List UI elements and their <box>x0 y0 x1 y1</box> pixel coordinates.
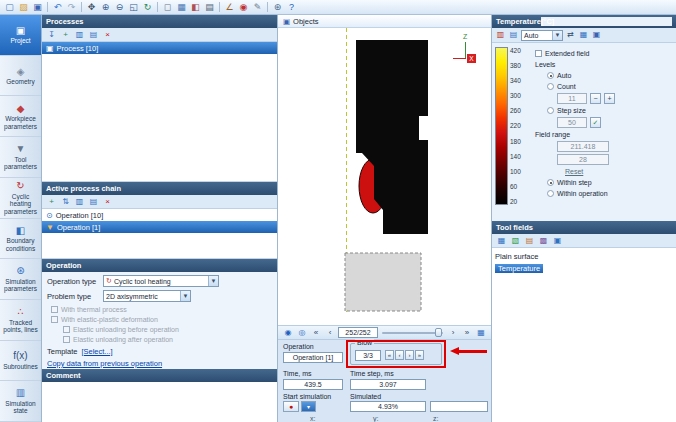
redo-icon[interactable]: ↷ <box>65 1 78 13</box>
new-process-icon[interactable]: + <box>60 29 71 40</box>
blow-nav-button[interactable]: › <box>405 350 414 360</box>
front-view-icon[interactable]: ◻ <box>161 1 174 13</box>
start-options-button[interactable]: ▾ <box>301 401 316 412</box>
operation-type-select[interactable]: ↻ Cyclic tool heating ▼ <box>103 275 219 287</box>
sidebar-item-subroutines[interactable]: f(x) Subroutines <box>0 341 41 382</box>
go-last-record-icon[interactable]: » <box>461 327 473 339</box>
toolbar-icon[interactable] <box>265 1 270 13</box>
loop-view-icon[interactable]: ◎ <box>296 327 308 339</box>
slider-handle[interactable] <box>435 328 442 337</box>
tracking-point-icon[interactable]: ◉ <box>237 1 250 13</box>
undo-icon[interactable]: ↶ <box>51 1 64 13</box>
help-icon[interactable]: ? <box>285 1 298 13</box>
delete-operation-icon[interactable]: × <box>102 196 113 207</box>
swap-range-icon[interactable]: ⇄ <box>565 30 576 41</box>
copy-process-icon[interactable]: ▥ <box>74 29 85 40</box>
zoom-in-icon[interactable]: ⊕ <box>99 1 112 13</box>
fit-view-icon[interactable]: ◱ <box>127 1 140 13</box>
wireframe-view-icon[interactable]: ▤ <box>203 1 216 13</box>
chain-item-operation-10[interactable]: ⊙ Operation [10] <box>42 209 277 221</box>
annotate-icon[interactable]: ✎ <box>251 1 264 13</box>
link-operation-icon[interactable]: ▤ <box>88 196 99 207</box>
record-view-icon[interactable]: ◉ <box>282 327 294 339</box>
levels-count-radio[interactable] <box>547 83 554 90</box>
frame-counter-field[interactable]: 252/252 <box>338 327 378 338</box>
process-item[interactable]: ▣ Process [10] <box>42 42 277 54</box>
delete-process-icon[interactable]: × <box>102 29 113 40</box>
within-operation-radio[interactable] <box>547 190 554 197</box>
copy-data-link[interactable]: Copy data from previous operation <box>47 359 162 368</box>
extended-field-checkbox[interactable] <box>535 50 542 57</box>
field-scale-icon[interactable]: ▥ <box>495 30 506 41</box>
zoom-out-icon[interactable]: ⊖ <box>113 1 126 13</box>
mesh-view-icon[interactable]: ▦ <box>175 1 188 13</box>
tool-field-temperature[interactable]: Temperature <box>495 262 673 274</box>
go-first-record-icon[interactable]: « <box>310 327 322 339</box>
next-record-icon[interactable]: › <box>447 327 459 339</box>
pan-view-icon[interactable]: ✥ <box>85 1 98 13</box>
blow-nav-button[interactable]: ‹ <box>395 350 404 360</box>
tool-field-plain-surface[interactable]: Plain surface <box>495 250 673 262</box>
tf-export-icon[interactable]: ▣ <box>552 235 563 246</box>
new-project-icon[interactable]: ▢ <box>3 1 16 13</box>
field-range-reset-link[interactable]: Reset <box>565 168 583 175</box>
copy-operation-icon[interactable]: ▥ <box>74 196 85 207</box>
levels-auto-radio[interactable] <box>547 72 554 79</box>
save-scale-icon[interactable]: ▣ <box>591 30 602 41</box>
prev-record-icon[interactable]: ‹ <box>324 327 336 339</box>
records-table-icon[interactable]: ▦ <box>475 327 487 339</box>
operation-checkbox[interactable]: Elastic unloading before operation <box>63 325 272 334</box>
toolbar-icon[interactable] <box>155 1 160 13</box>
export-process-icon[interactable]: ▤ <box>88 29 99 40</box>
apply-step-button[interactable]: ✓ <box>590 117 601 128</box>
operation-checkbox[interactable]: With thermal process <box>51 305 272 314</box>
count-minus-button[interactable]: − <box>590 93 601 104</box>
field-list-icon[interactable]: ▤ <box>508 30 519 41</box>
levels-step-radio[interactable] <box>547 107 554 114</box>
problem-type-select[interactable]: 2D axisymmetric ▼ <box>103 290 191 302</box>
measure-icon[interactable]: ∠ <box>223 1 236 13</box>
tf-palette-icon[interactable]: ▩ <box>538 235 549 246</box>
record-slider[interactable] <box>380 327 445 338</box>
rotate-view-icon[interactable]: ↻ <box>141 1 154 13</box>
sidebar-item-cyclic-heating-parameters[interactable]: ↻ Cyclic heating parameters <box>0 178 41 219</box>
add-operation-icon[interactable]: + <box>46 196 57 207</box>
tf-fields-icon[interactable]: ▤ <box>524 235 535 246</box>
sidebar-item-boundary-conditions[interactable]: ◧ Boundary conditions <box>0 219 41 260</box>
insert-operation-icon[interactable]: ⇅ <box>60 196 71 207</box>
section-view-icon[interactable]: ◧ <box>189 1 202 13</box>
toolbar-icon[interactable] <box>217 1 222 13</box>
operation-checkbox[interactable]: With elastic-plastic deformation <box>51 315 272 324</box>
blow-counter-field[interactable]: 3/3 <box>355 350 381 361</box>
palette-mode-select[interactable]: Auto ▼ <box>521 30 563 41</box>
tf-grid-icon[interactable]: ▦ <box>496 235 507 246</box>
sidebar-item-simulation-state[interactable]: ▥ Simulation state <box>0 381 41 422</box>
toolbar-icon[interactable] <box>45 1 50 13</box>
save-project-icon[interactable]: ▣ <box>31 1 44 13</box>
levels-count-field[interactable]: 11 <box>557 93 587 104</box>
start-simulation-button[interactable]: ● <box>283 401 299 412</box>
blow-nav-button[interactable]: » <box>415 350 424 360</box>
open-project-icon[interactable]: ▨ <box>17 1 30 13</box>
palette-icon[interactable]: ▦ <box>578 30 589 41</box>
settings-icon[interactable]: ⊛ <box>271 1 284 13</box>
sidebar-item-geometry[interactable]: ◈ Geometry <box>0 56 41 97</box>
levels-step-field[interactable]: 50 <box>557 117 587 128</box>
count-plus-button[interactable]: + <box>604 93 615 104</box>
sidebar-item-tool-parameters[interactable]: ▼ Tool parameters <box>0 137 41 178</box>
comment-body[interactable] <box>42 382 277 422</box>
template-select-link[interactable]: [Select...] <box>81 347 112 356</box>
toolbar-icon[interactable] <box>79 1 84 13</box>
tf-surface-icon[interactable]: ▧ <box>510 235 521 246</box>
within-step-radio[interactable] <box>547 179 554 186</box>
operation-checkbox[interactable]: Elastic unloading after operation <box>63 335 272 344</box>
sidebar-item-simulation-parameters[interactable]: ⊛ Simulation parameters <box>0 259 41 300</box>
blow-nav-button[interactable]: « <box>385 350 394 360</box>
load-process-icon[interactable]: ↧ <box>46 29 57 40</box>
sidebar-item-project[interactable]: ▣ Project <box>0 15 41 56</box>
sidebar-item-tracked-points-lines[interactable]: ∴ Tracked points, lines <box>0 300 41 341</box>
sidebar-item-workpiece-parameters[interactable]: ◆ Workpiece parameters <box>0 96 41 137</box>
viewport-canvas[interactable]: Z X <box>278 28 491 325</box>
viewport-column: ▣ Objects Z X ◉◎«‹ 252/252 <box>278 15 492 422</box>
chain-item-operation-1[interactable]: ▼ Operation [1] <box>42 221 277 233</box>
